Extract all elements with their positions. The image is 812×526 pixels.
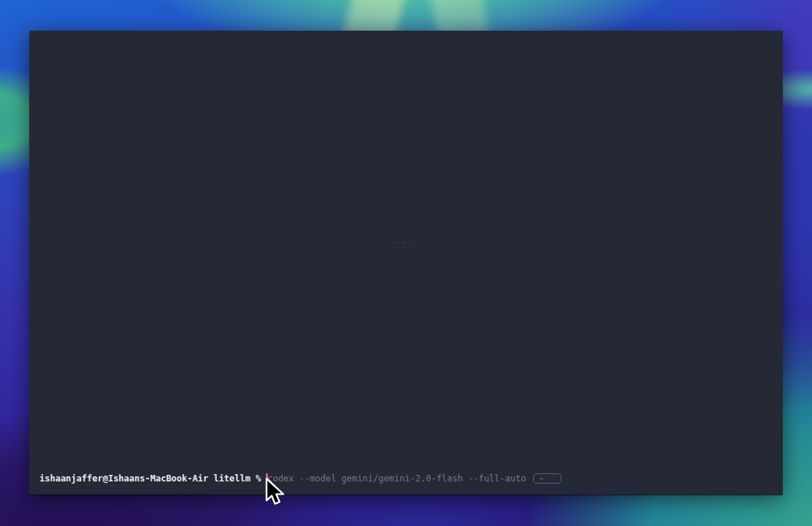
command-autosuggestion: codex --model gemini/gemini-2.0-flash --…	[267, 473, 526, 484]
desktop-wallpaper: ··· ishaanjaffer@Ishaans-MacBook-Air lit…	[0, 0, 812, 526]
shell-prompt: ishaanjaffer@Ishaans-MacBook-Air litellm…	[39, 473, 261, 484]
terminal-loading-dots: ···	[392, 237, 420, 248]
tab-accept-hint-badge: → ·	[533, 473, 561, 484]
terminal-prompt-line[interactable]: ishaanjaffer@Ishaans-MacBook-Air litellm…	[39, 473, 562, 484]
terminal-window[interactable]: ··· ishaanjaffer@Ishaans-MacBook-Air lit…	[29, 31, 783, 495]
